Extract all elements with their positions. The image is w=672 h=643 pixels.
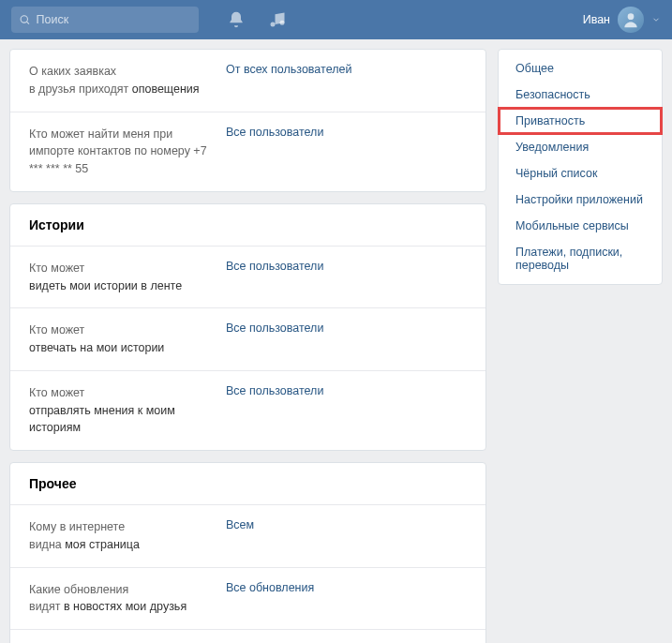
setting-row: Кто можетвидеть мои истории в ленте Все … xyxy=(10,247,485,309)
search-input[interactable] xyxy=(37,13,191,26)
setting-value[interactable]: Все обновления xyxy=(226,581,314,594)
setting-row: Кто может найти меня при импорте контакт… xyxy=(10,112,485,191)
search-icon xyxy=(19,13,31,26)
setting-row: Кто можетотправлять мнения к моим истори… xyxy=(10,371,485,450)
other-card: Прочее Кому в интернете видна моя страни… xyxy=(9,462,486,643)
setting-value[interactable]: Всем xyxy=(226,518,254,531)
setting-label: Кто можетотвечать на мои истории xyxy=(29,322,226,357)
setting-row: О каких заявках в друзья приходят оповещ… xyxy=(10,50,485,112)
sidebar-item-privacy[interactable]: Приватность xyxy=(499,108,662,134)
setting-value[interactable]: От всех пользователей xyxy=(226,63,351,76)
svg-point-0 xyxy=(21,16,27,22)
svg-point-2 xyxy=(271,22,276,27)
sidebar-item-general[interactable]: Общее xyxy=(499,55,662,82)
setting-value[interactable]: Все пользователи xyxy=(226,126,323,139)
content-layout: О каких заявках в друзья приходят оповещ… xyxy=(0,39,672,643)
setting-value[interactable]: Все пользователи xyxy=(226,322,323,335)
friends-card: О каких заявках в друзья приходят оповещ… xyxy=(9,49,486,192)
setting-row: Кто можетотвечать на мои истории Все пол… xyxy=(10,308,485,371)
sidebar-item-notifications[interactable]: Уведомления xyxy=(499,134,662,160)
avatar xyxy=(618,7,644,33)
setting-row: Какие обновления видят в новостях мои др… xyxy=(10,568,485,631)
search-box[interactable] xyxy=(11,7,199,33)
setting-label: Кто можетвидеть мои истории в ленте xyxy=(29,260,226,295)
top-header: Иван xyxy=(0,0,672,39)
setting-label: О каких заявках в друзья приходят оповещ… xyxy=(29,63,226,98)
card-title: Прочее xyxy=(10,463,485,505)
chevron-down-icon xyxy=(651,15,661,24)
sidebar-item-blacklist[interactable]: Чёрный список xyxy=(499,160,662,187)
sidebar-item-mobile[interactable]: Мобильные сервисы xyxy=(499,213,662,239)
stories-card: Истории Кто можетвидеть мои истории в ле… xyxy=(9,203,486,451)
user-name: Иван xyxy=(583,13,610,26)
settings-sidebar: Общее Безопасность Приватность Уведомлен… xyxy=(498,49,663,285)
header-icons xyxy=(227,10,287,29)
setting-row: Кому в интернете видна моя страница Всем xyxy=(10,505,485,568)
setting-label: Кто можетотправлять мнения к моим истори… xyxy=(29,384,226,437)
setting-label: Кому в интернете видна моя страница xyxy=(29,518,226,554)
notifications-icon[interactable] xyxy=(227,10,246,29)
setting-value[interactable]: Все пользователи xyxy=(226,260,323,273)
card-title: Истории xyxy=(10,204,485,247)
svg-point-4 xyxy=(628,13,635,20)
svg-point-3 xyxy=(280,21,285,25)
music-icon[interactable] xyxy=(268,10,287,29)
sidebar-item-apps[interactable]: Настройки приложений xyxy=(499,187,662,213)
setting-label: Кто может найти меня при импорте контакт… xyxy=(29,126,226,178)
setting-label: Какие обновления видят в новостях мои др… xyxy=(29,581,226,617)
setting-value[interactable]: Все пользователи xyxy=(226,384,323,397)
user-menu[interactable]: Иван xyxy=(583,7,661,33)
setting-row: Тип профиля Открытый xyxy=(10,630,485,643)
svg-line-1 xyxy=(27,22,29,23)
sidebar-item-payments[interactable]: Платежи, подписки, переводы xyxy=(499,239,662,278)
main-column: О каких заявках в друзья приходят оповещ… xyxy=(9,49,486,643)
sidebar-item-security[interactable]: Безопасность xyxy=(499,82,662,108)
